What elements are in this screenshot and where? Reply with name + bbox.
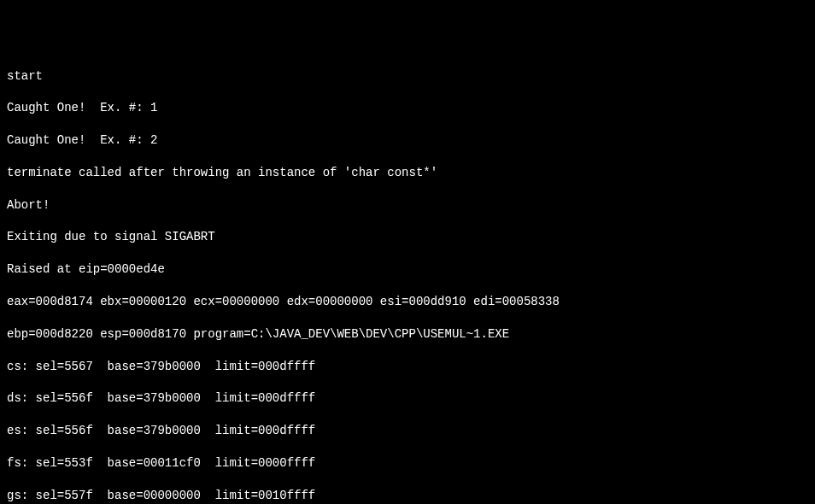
console-line-registers-2: ebp=000d8220 esp=000d8170 program=C:\JAV… [7,326,808,343]
console-line-start: start [7,68,808,85]
console-line-terminate: terminate called after throwing an insta… [7,165,808,181]
console-line-registers-1: eax=000d8174 ebx=00000120 ecx=00000000 e… [7,294,808,310]
console-line-gs: gs: sel=557f base=00000000 limit=0010fff… [7,488,808,504]
console-line-cs: cs: sel=5567 base=379b0000 limit=000dfff… [7,359,808,375]
console-line-eip: Raised at eip=0000ed4e [7,261,808,278]
console-line-abort: Abort! [7,197,808,214]
console-line-caught-2: Caught One! Ex. #: 2 [7,132,808,149]
console-line-signal: Exiting due to signal SIGABRT [7,229,808,245]
console-line-ds: ds: sel=556f base=379b0000 limit=000dfff… [7,390,808,407]
console-line-fs: fs: sel=553f base=00011cf0 limit=0000fff… [7,455,808,472]
console-line-caught-1: Caught One! Ex. #: 1 [7,100,808,116]
console-line-es: es: sel=556f base=379b0000 limit=000dfff… [7,423,808,439]
